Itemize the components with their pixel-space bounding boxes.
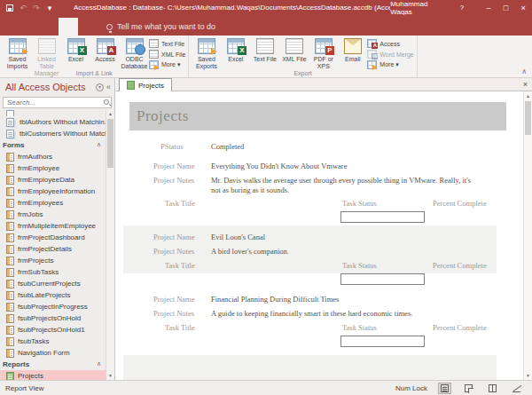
- title-bar: ↶↷▾ AccessDatabase : Database- C:\Users\…: [0, 0, 532, 15]
- nav-item[interactable]: frmEmployee: [0, 162, 106, 174]
- project-name-value: Financial Planning During Difficult Time…: [211, 295, 339, 304]
- object-icon: [6, 233, 14, 242]
- ribbon-tab[interactable]: [0, 18, 20, 36]
- design-view-icon[interactable]: [510, 383, 523, 394]
- ribbon-tab[interactable]: [78, 18, 98, 36]
- scroll-up-icon[interactable]: ▲: [524, 91, 532, 100]
- nav-item[interactable]: Navigation Form: [0, 347, 106, 359]
- nav-item[interactable]: tblCustomers Without Match...: [0, 128, 106, 139]
- collapse-ribbon-icon[interactable]: ∧: [521, 67, 527, 75]
- object-icon: [6, 110, 14, 116]
- nav-item[interactable]: frmJobs: [0, 209, 106, 220]
- ribbon-button[interactable]: Word Merge: [367, 49, 413, 59]
- object-icon: [6, 199, 14, 208]
- scroll-up-icon[interactable]: ▲: [106, 110, 114, 118]
- qat-button[interactable]: ↷: [32, 4, 41, 12]
- nav-item[interactable]: frmEmployees: [0, 197, 106, 209]
- object-icon: [6, 291, 14, 300]
- report-scrollbar[interactable]: ▲ ▼: [523, 91, 532, 380]
- scroll-down-icon[interactable]: ▼: [524, 371, 532, 380]
- qat-button[interactable]: ▾: [45, 4, 54, 12]
- print-preview-icon[interactable]: [462, 383, 475, 394]
- quick-access-toolbar: ↶↷▾: [0, 4, 59, 12]
- nav-item[interactable]: fsubProjectInProgress: [0, 301, 106, 312]
- object-icon: [6, 222, 14, 231]
- object-icon: [6, 349, 14, 358]
- file-icon: [367, 60, 377, 69]
- qat-button[interactable]: [5, 4, 14, 12]
- minimize-button[interactable]: –: [480, 0, 497, 15]
- file-icon: [149, 60, 159, 69]
- ribbon-group-import-link: Saved Imports Linked Table Manager Excel…: [0, 36, 189, 77]
- ribbon-tab[interactable]: [59, 18, 78, 36]
- ribbon-tab-bar: Tell me what you want to do: [0, 15, 532, 36]
- nav-item[interactable]: fsubLateProjects: [0, 289, 106, 301]
- task-status-input[interactable]: [340, 336, 425, 347]
- nav-item[interactable]: frmProjectDashboard: [0, 232, 106, 243]
- project-name-label: Project Name: [153, 295, 195, 304]
- nav-item[interactable]: frmProjectDetails: [0, 243, 106, 255]
- nav-menu-icon[interactable]: ▾: [96, 83, 104, 91]
- nav-item[interactable]: frmMulipleItemEmployee: [0, 220, 106, 232]
- nav-item[interactable]: tblAuthors Without Matchin...: [0, 116, 106, 128]
- navigation-pane: All Access Objects ▾ « tblAuthors Withou…: [0, 78, 115, 380]
- scroll-down-icon[interactable]: ▼: [106, 372, 114, 380]
- scroll-thumb[interactable]: [107, 119, 113, 168]
- table-icon: [198, 38, 215, 54]
- project-record: Project Name Financial Planning During D…: [116, 288, 523, 350]
- ribbon-button[interactable]: Access: [367, 38, 413, 49]
- project-name-label: Project Name: [153, 162, 195, 170]
- window-title: AccessDatabase : Database- C:\Users\Muha…: [74, 4, 390, 12]
- nav-item[interactable]: Forms: [0, 139, 106, 151]
- task-status-input[interactable]: [340, 273, 425, 285]
- nav-item[interactable]: frmAuthors: [0, 151, 106, 162]
- ribbon-button[interactable]: Email: [338, 36, 367, 70]
- nav-item[interactable]: fsubCurrentProjects: [0, 278, 106, 289]
- close-tab-icon[interactable]: ×: [523, 79, 528, 91]
- ribbon-button[interactable]: XML File: [149, 49, 185, 59]
- table-icon: [344, 38, 362, 54]
- table-icon: [97, 38, 114, 54]
- nav-item[interactable]: fsubProjectsOnHold1: [0, 324, 106, 336]
- help-icon[interactable]: ?: [460, 4, 464, 12]
- search-input[interactable]: [5, 98, 94, 107]
- ribbon-button[interactable]: XML File: [279, 36, 309, 70]
- nav-item[interactable]: [0, 110, 106, 116]
- task-status-header: Task Status: [342, 261, 377, 270]
- close-button[interactable]: ×: [514, 0, 532, 15]
- report-view-icon[interactable]: [438, 383, 451, 394]
- access-window: ↶↷▾ AccessDatabase : Database- C:\Users\…: [0, 0, 532, 395]
- ribbon-button[interactable]: Text File: [250, 36, 279, 70]
- qat-button[interactable]: ↶: [19, 4, 27, 12]
- document-tab-projects[interactable]: Projects: [119, 78, 172, 91]
- nav-item[interactable]: Reports: [0, 359, 106, 370]
- nav-item[interactable]: fsubProjectsOnHold: [0, 312, 106, 324]
- object-icon: [6, 153, 14, 162]
- ribbon-button[interactable]: Saved Exports: [192, 36, 221, 70]
- table-icon: [67, 38, 85, 54]
- layout-view-icon[interactable]: [486, 383, 499, 394]
- ribbon-button[interactable]: PDF or XPS: [309, 36, 338, 70]
- shutter-collapse-icon[interactable]: «: [106, 83, 111, 91]
- maximize-button[interactable]: □: [497, 0, 515, 15]
- account-name[interactable]: Muhammad Waqas: [390, 0, 440, 16]
- project-record: Project Name Everything You Didn't Know …: [116, 154, 523, 225]
- task-status-input[interactable]: [340, 211, 425, 223]
- nav-item[interactable]: frmEmployeeInformation: [0, 186, 106, 197]
- nav-scrollbar[interactable]: ▲ ▼: [106, 110, 114, 380]
- nav-item[interactable]: Projects: [0, 370, 106, 380]
- document-area: Projects × Projects PStatus Completed: [116, 78, 532, 380]
- nav-item[interactable]: fsubTasks: [0, 336, 106, 347]
- object-icon: [6, 314, 14, 323]
- nav-item[interactable]: frmProjects: [0, 255, 106, 266]
- nav-item[interactable]: frmEmployeeData: [0, 174, 106, 186]
- ribbon-button[interactable]: Excel: [221, 36, 250, 70]
- ribbon-tab[interactable]: [39, 18, 59, 36]
- nav-item[interactable]: frmSubTasks: [0, 266, 106, 278]
- object-icon: [6, 187, 14, 196]
- project-notes-label: Project Notes: [153, 309, 194, 318]
- ribbon-button[interactable]: Text File: [149, 38, 185, 49]
- ribbon-tab[interactable]: [20, 18, 39, 36]
- tell-me-box[interactable]: Tell me what you want to do: [98, 18, 224, 36]
- scroll-thumb[interactable]: [525, 101, 531, 135]
